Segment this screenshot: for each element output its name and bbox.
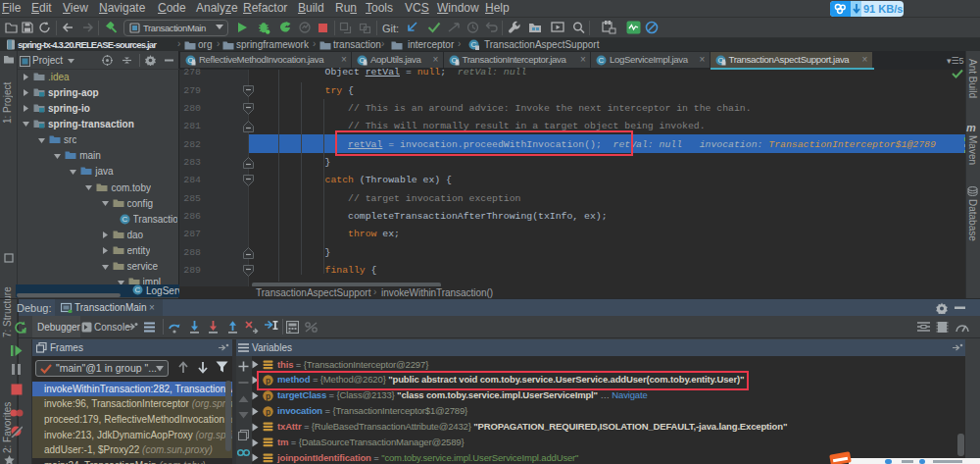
svg-text:C: C bbox=[135, 285, 141, 294]
svg-text:C: C bbox=[599, 56, 605, 65]
svg-text:p: p bbox=[266, 390, 270, 400]
svg-text:C: C bbox=[122, 215, 127, 224]
svg-text:p: p bbox=[266, 406, 270, 416]
